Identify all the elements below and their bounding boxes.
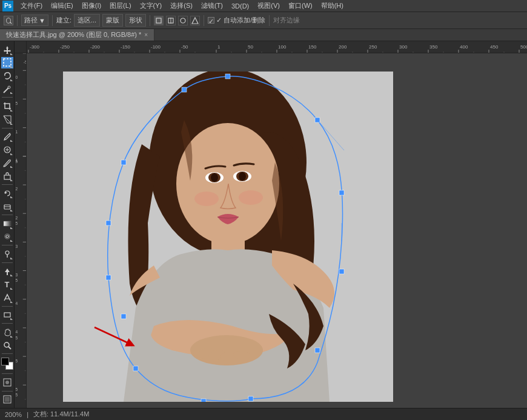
menu-view[interactable]: 视图(V) [254, 0, 283, 12]
svg-rect-20 [4, 221, 11, 226]
magic-wand-tool[interactable] [1, 83, 13, 95]
left-toolbar: T [0, 41, 15, 408]
menu-file[interactable]: 文件(F) [17, 0, 46, 12]
svg-point-12 [4, 138, 5, 139]
path-mode-icon-3[interactable] [178, 16, 188, 25]
foreground-color-swatch[interactable] [1, 358, 9, 365]
svg-text:5: 5 [16, 359, 18, 363]
document-tab[interactable]: 快速选择工具.jpg @ 200% (图层 0, RGB/8#) * × [0, 29, 154, 41]
svg-line-8 [4, 88, 8, 93]
lasso-tool[interactable] [1, 70, 13, 82]
svg-point-4 [181, 18, 185, 23]
ruler-corner [15, 41, 27, 53]
svg-text:-100: -100 [151, 44, 161, 50]
menu-layer[interactable]: 图层(L) [106, 0, 134, 12]
svg-rect-26 [4, 313, 10, 317]
path-mode-icon-4[interactable] [190, 16, 200, 25]
clone-stamp-tool[interactable] [1, 170, 13, 182]
auto-add-remove-checkbox[interactable]: ✓ [208, 17, 214, 24]
history-brush-tool[interactable] [1, 187, 13, 199]
path-type-dropdown[interactable]: 路径 ▼ [21, 15, 48, 26]
photo-canvas [63, 72, 393, 402]
move-tool[interactable] [1, 44, 13, 56]
svg-point-133 [176, 123, 279, 244]
svg-point-145 [239, 172, 246, 181]
slice-tool[interactable] [1, 113, 13, 125]
ruler-left: -5 0 5 1 1 5 2 2 5 3 [15, 53, 27, 408]
svg-text:500: 500 [520, 44, 527, 50]
type-tool[interactable]: T [1, 278, 13, 290]
screen-mode-button[interactable] [1, 393, 13, 405]
menu-help[interactable]: 帮助(H) [317, 0, 347, 12]
svg-text:300: 300 [399, 44, 408, 50]
zoom-tool[interactable] [1, 339, 13, 352]
svg-text:-200: -200 [90, 44, 101, 50]
path-mode-icon-2[interactable] [166, 16, 176, 25]
svg-text:-50: -50 [181, 44, 188, 50]
status-separator-1: | [27, 411, 28, 418]
svg-point-23 [5, 251, 9, 255]
mask-button[interactable]: 蒙版 [102, 14, 123, 27]
svg-text:5: 5 [16, 278, 18, 282]
gradient-tool[interactable] [1, 218, 13, 230]
svg-text:2: 2 [16, 216, 18, 220]
svg-marker-5 [192, 18, 198, 24]
svg-text:2: 2 [16, 187, 18, 191]
path-mode-icon-1[interactable] [154, 16, 164, 25]
auto-add-remove-option: ✓ ✓ 自动添加/删除 [208, 16, 265, 25]
svg-text:5: 5 [16, 159, 18, 164]
svg-text:0: 0 [16, 75, 18, 79]
menu-filter[interactable]: 滤镜(T) [197, 0, 227, 12]
menu-select[interactable]: 选择(S) [167, 0, 196, 12]
svg-text:1: 1 [16, 130, 18, 134]
pen-tool[interactable] [1, 265, 13, 278]
zoom-level: 200% [5, 411, 22, 418]
crop-tool[interactable] [1, 100, 13, 112]
healing-brush-tool[interactable] [1, 144, 13, 156]
svg-point-142 [211, 173, 218, 182]
menu-bar: Ps 文件(F) 编辑(E) 图像(I) 图层(L) 文字(Y) 选择(S) 滤… [0, 0, 527, 12]
doc-tab-close-button[interactable]: × [144, 32, 148, 38]
svg-text:150: 150 [308, 44, 317, 50]
app-icon[interactable]: Ps [2, 1, 13, 12]
photo-image [63, 72, 393, 402]
shape-button[interactable]: 形状 [125, 14, 146, 27]
svg-text:50: 50 [248, 44, 253, 50]
menu-image[interactable]: 图像(I) [78, 0, 105, 12]
menu-3d[interactable]: 3D(D) [228, 1, 253, 11]
menu-edit[interactable]: 编辑(E) [47, 0, 77, 12]
svg-rect-84 [15, 53, 27, 408]
hand-tool[interactable] [1, 326, 13, 338]
doc-tab-title: 快速选择工具.jpg @ 200% (图层 0, RGB/8#) * [6, 30, 141, 39]
svg-text:350: 350 [429, 44, 438, 50]
svg-point-9 [8, 86, 10, 88]
svg-text:4: 4 [16, 330, 18, 334]
eyedropper-tool[interactable] [1, 131, 13, 143]
path-selection-tool[interactable] [1, 292, 13, 304]
path-type-group: 路径 ▼ [21, 15, 48, 26]
shape-tool[interactable] [1, 309, 13, 321]
svg-text:5: 5 [16, 336, 18, 340]
align-edges-option: 对齐边缘 [273, 16, 300, 25]
document-size: 文档: 11.4M/11.4M [33, 410, 89, 419]
menu-window[interactable]: 窗口(W) [285, 0, 316, 12]
dodge-tool[interactable] [1, 248, 13, 260]
ruler-top: -300 -250 -200 -150 -100 -50 1 50 [27, 41, 527, 53]
quick-mask-mode[interactable] [1, 376, 13, 388]
brush-tool[interactable] [1, 157, 13, 169]
svg-text:5: 5 [16, 101, 18, 105]
blur-tool[interactable] [1, 231, 13, 243]
svg-line-28 [8, 347, 11, 349]
svg-rect-16 [4, 175, 10, 179]
svg-text:5: 5 [16, 221, 18, 225]
svg-text:5: 5 [16, 393, 18, 397]
eraser-tool[interactable] [1, 200, 13, 212]
menu-type[interactable]: 文字(Y) [136, 0, 166, 12]
svg-text:-300: -300 [30, 44, 40, 50]
canvas-area: -300 -250 -200 -150 -100 -50 1 50 [15, 41, 527, 408]
selection-button[interactable]: 选区... [74, 14, 100, 27]
woman-figure-svg [63, 72, 393, 402]
canvas-content [27, 53, 527, 408]
selection-tool[interactable] [1, 57, 13, 69]
color-swatches[interactable] [1, 358, 13, 370]
